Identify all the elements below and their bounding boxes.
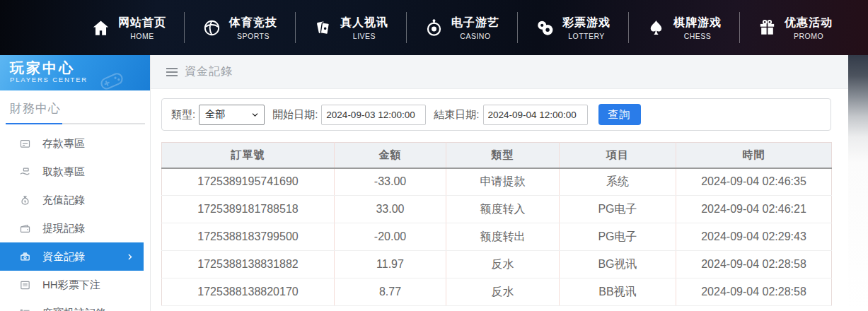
table-cell: PG电子 xyxy=(560,196,676,223)
table-row: 172538918178851833.00额度转入PG电子2024-09-04 … xyxy=(162,196,832,223)
column-header: 訂單號 xyxy=(162,143,335,168)
nav-label-en: LIVES xyxy=(353,32,376,40)
promo-icon xyxy=(758,18,777,37)
nav-item-lives[interactable]: 真人视讯LIVES xyxy=(295,12,406,43)
table-cell: 反水 xyxy=(446,251,560,278)
chess-icon xyxy=(647,18,666,37)
section-underline xyxy=(6,123,145,124)
table-cell: -33.00 xyxy=(335,168,446,196)
nav-label-zh: 电子游艺 xyxy=(451,16,499,30)
table-row: 1725388183799500-20.00额度转出PG电子2024-09-04… xyxy=(162,223,832,251)
nav-label-zh: 优惠活动 xyxy=(785,16,833,30)
table-header-row: 訂單號金額類型項目時間 xyxy=(162,143,832,168)
table-cell: 1725389195741690 xyxy=(162,168,335,196)
bet-records-icon xyxy=(19,307,31,311)
sports-icon xyxy=(202,18,221,37)
table-cell: 11.97 xyxy=(335,251,446,278)
sidebar-item-label: 提現記錄 xyxy=(42,222,85,235)
breadcrumb: 資金記錄 xyxy=(151,55,848,89)
end-date-label: 結束日期: xyxy=(434,108,479,122)
sidebar-header: 玩家中心 PLAYERS CENTER xyxy=(0,55,150,90)
nav-label-en: HOME xyxy=(130,32,154,40)
column-header: 時間 xyxy=(676,143,832,168)
table-cell: 额度转出 xyxy=(446,223,560,251)
nav-label-en: CASINO xyxy=(460,32,490,40)
table-cell: 2024-09-04 02:28:58 xyxy=(676,278,832,306)
sidebar-item-5[interactable]: 資金記錄 xyxy=(0,242,144,271)
table-cell: BG视讯 xyxy=(560,251,676,278)
sidebar-item-label: 資金記錄 xyxy=(42,250,85,264)
search-button[interactable]: 查詢 xyxy=(598,104,641,125)
sidebar-item-1[interactable]: 存款專區 xyxy=(0,129,150,158)
chevron-down-icon xyxy=(251,111,259,119)
sidebar-item-label: 麻寶投註記錄 xyxy=(42,307,106,311)
table-cell: 2024-09-04 02:46:35 xyxy=(676,168,832,196)
casino-icon xyxy=(424,18,444,37)
column-header: 金額 xyxy=(335,143,446,168)
table-cell: 1725388183799500 xyxy=(162,223,335,251)
nav-item-home[interactable]: 网站首页HOME xyxy=(74,12,184,43)
table-cell: 申请提款 xyxy=(446,168,560,196)
sidebar-item-label: 充值記錄 xyxy=(42,194,85,207)
sidebar-item-label: 存款專區 xyxy=(42,137,85,151)
table-cell: 2024-09-04 02:28:58 xyxy=(676,251,832,278)
withdrawal-record-icon xyxy=(19,223,31,235)
sidebar-item-3[interactable]: 充值記錄 xyxy=(0,186,150,214)
type-select[interactable]: 全部 xyxy=(199,105,265,125)
table-body: 1725389195741690-33.00申请提款系统2024-09-04 0… xyxy=(162,168,832,306)
page-background xyxy=(848,55,868,311)
column-header: 項目 xyxy=(560,143,676,168)
sidebar-menu: 存款專區取款專區充值記錄提現記錄資金記錄HH彩票下注麻寶投註記錄 xyxy=(0,129,150,311)
nav-item-lottery[interactable]: 彩票游戏LOTTERY xyxy=(517,12,628,43)
page-title: 資金記錄 xyxy=(185,64,233,79)
nav-item-promo[interactable]: 优惠活动PROMO xyxy=(739,12,850,43)
type-select-value: 全部 xyxy=(205,108,225,121)
menu-toggle-icon[interactable] xyxy=(166,68,178,76)
table-cell: 1725389181788518 xyxy=(162,196,335,223)
sidebar-item-6[interactable]: HH彩票下注 xyxy=(0,271,150,299)
nav-item-casino[interactable]: 电子游艺CASINO xyxy=(406,12,517,43)
sidebar-item-4[interactable]: 提現記錄 xyxy=(0,214,150,242)
main-content: 資金記錄 類型: 全部 開始日期: 結束日期: 查詢 訂單號金額類型項目時間 1… xyxy=(151,55,848,311)
nav-item-chess[interactable]: 棋牌游戏CHESS xyxy=(628,12,739,43)
nav-label-zh: 真人视讯 xyxy=(340,16,388,30)
nav-label-zh: 体育竞技 xyxy=(229,16,277,30)
lottery-icon xyxy=(536,18,555,37)
start-date-label: 開始日期: xyxy=(272,108,318,122)
top-nav: 网站首页HOME体育竞技SPORTS真人视讯LIVES电子游艺CASINO彩票游… xyxy=(74,0,850,55)
deposit-icon xyxy=(19,138,31,150)
table-cell: 8.77 xyxy=(335,278,446,306)
table-cell: 额度转入 xyxy=(446,196,560,223)
table-cell: 2024-09-04 02:29:43 xyxy=(676,223,832,251)
table-row: 172538813883188211.97反水BG视讯2024-09-04 02… xyxy=(162,251,832,278)
lives-icon xyxy=(313,18,332,37)
table-cell: PG电子 xyxy=(560,223,676,251)
sidebar: 玩家中心 PLAYERS CENTER 財務中心 存款專區取款專區充值記錄提現記… xyxy=(0,55,151,311)
top-nav-bar: 网站首页HOME体育竞技SPORTS真人视讯LIVES电子游艺CASINO彩票游… xyxy=(0,0,868,55)
sidebar-item-label: 取款專區 xyxy=(42,165,85,179)
withdraw-icon xyxy=(19,166,31,178)
finance-center-heading: 財務中心 xyxy=(0,90,150,117)
nav-label-en: CHESS xyxy=(684,32,712,40)
table-cell: 1725388138820170 xyxy=(162,278,335,306)
sidebar-item-2[interactable]: 取款專區 xyxy=(0,158,150,186)
chevron-down-icon-slot xyxy=(251,111,259,119)
chevron-right-icon xyxy=(126,253,134,261)
recharge-record-icon xyxy=(19,194,31,206)
funds-table: 訂單號金額類型項目時間 1725389195741690-33.00申请提款系统… xyxy=(161,142,832,306)
table-cell: -20.00 xyxy=(335,223,446,251)
start-date-input[interactable] xyxy=(321,105,426,125)
sidebar-item-7[interactable]: 麻寶投註記錄 xyxy=(0,299,150,311)
table-cell: 系统 xyxy=(560,168,676,196)
sidebar-item-label: HH彩票下注 xyxy=(42,278,100,292)
nav-label-zh: 棋牌游戏 xyxy=(673,16,722,30)
funds-record-icon xyxy=(19,251,31,263)
end-date-input[interactable] xyxy=(483,105,588,125)
filter-bar: 類型: 全部 開始日期: 結束日期: 查詢 xyxy=(161,98,831,131)
nav-label-en: SPORTS xyxy=(237,32,270,40)
nav-item-sports[interactable]: 体育竞技SPORTS xyxy=(184,12,295,43)
lottery-bets-icon xyxy=(19,279,31,291)
table-cell: BB视讯 xyxy=(560,278,676,306)
nav-label-zh: 彩票游戏 xyxy=(562,16,611,30)
table-cell: 反水 xyxy=(446,278,560,306)
